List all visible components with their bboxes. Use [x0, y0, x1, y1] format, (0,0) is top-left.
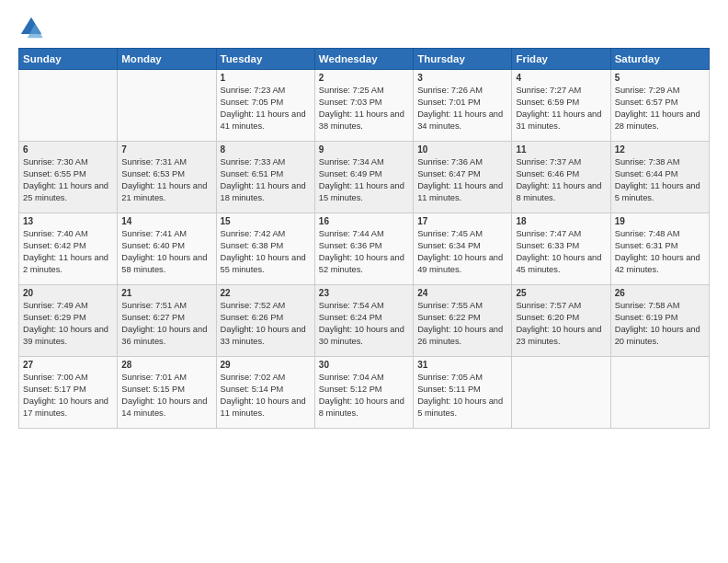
calendar-cell: 1Sunrise: 7:23 AM Sunset: 7:05 PM Daylig…: [216, 70, 314, 142]
day-number: 6: [23, 144, 113, 155]
calendar-cell: 6Sunrise: 7:30 AM Sunset: 6:55 PM Daylig…: [19, 142, 118, 213]
calendar-cell: 7Sunrise: 7:31 AM Sunset: 6:53 PM Daylig…: [118, 142, 216, 213]
day-info: Sunrise: 7:31 AM Sunset: 6:53 PM Dayligh…: [121, 156, 211, 204]
calendar-cell: 23Sunrise: 7:54 AM Sunset: 6:24 PM Dayli…: [314, 285, 413, 357]
day-number: 5: [615, 73, 705, 83]
calendar-cell: 10Sunrise: 7:36 AM Sunset: 6:47 PM Dayli…: [414, 142, 512, 213]
day-number: 15: [221, 216, 311, 226]
day-info: Sunrise: 7:55 AM Sunset: 6:22 PM Dayligh…: [417, 300, 507, 348]
day-number: 25: [516, 288, 606, 298]
day-info: Sunrise: 7:37 AM Sunset: 6:46 PM Dayligh…: [516, 156, 606, 204]
day-number: 10: [417, 144, 507, 155]
day-info: Sunrise: 7:51 AM Sunset: 6:27 PM Dayligh…: [121, 300, 211, 348]
calendar-cell: 12Sunrise: 7:38 AM Sunset: 6:44 PM Dayli…: [610, 142, 709, 213]
header-row: SundayMondayTuesdayWednesdayThursdayFrid…: [19, 49, 710, 70]
day-number: 4: [516, 73, 606, 83]
calendar-cell: 28Sunrise: 7:01 AM Sunset: 5:15 PM Dayli…: [118, 357, 216, 429]
day-info: Sunrise: 7:40 AM Sunset: 6:42 PM Dayligh…: [23, 228, 113, 276]
calendar-cell: 2Sunrise: 7:25 AM Sunset: 7:03 PM Daylig…: [314, 70, 413, 142]
day-number: 30: [319, 360, 409, 370]
day-info: Sunrise: 7:02 AM Sunset: 5:14 PM Dayligh…: [221, 372, 311, 419]
calendar-cell: 8Sunrise: 7:33 AM Sunset: 6:51 PM Daylig…: [216, 142, 314, 213]
day-header-wednesday: Wednesday: [314, 49, 413, 70]
day-number: 21: [121, 288, 211, 298]
calendar-cell: 4Sunrise: 7:27 AM Sunset: 6:59 PM Daylig…: [512, 70, 610, 142]
calendar-cell: [118, 70, 216, 142]
logo: [18, 15, 48, 40]
calendar-table: SundayMondayTuesdayWednesdayThursdayFrid…: [18, 48, 710, 429]
day-number: 17: [417, 216, 507, 226]
day-info: Sunrise: 7:00 AM Sunset: 5:17 PM Dayligh…: [23, 372, 113, 419]
calendar-cell: 22Sunrise: 7:52 AM Sunset: 6:26 PM Dayli…: [216, 285, 314, 357]
day-number: 13: [23, 216, 113, 226]
day-number: 26: [615, 288, 705, 298]
day-number: 7: [121, 144, 211, 155]
day-header-monday: Monday: [118, 49, 216, 70]
day-header-saturday: Saturday: [610, 49, 709, 70]
day-info: Sunrise: 7:52 AM Sunset: 6:26 PM Dayligh…: [221, 300, 311, 348]
day-info: Sunrise: 7:33 AM Sunset: 6:51 PM Dayligh…: [221, 156, 311, 204]
calendar-cell: 27Sunrise: 7:00 AM Sunset: 5:17 PM Dayli…: [19, 357, 118, 429]
day-info: Sunrise: 7:34 AM Sunset: 6:49 PM Dayligh…: [319, 156, 409, 204]
day-number: 29: [221, 360, 311, 370]
day-info: Sunrise: 7:25 AM Sunset: 7:03 PM Dayligh…: [319, 85, 409, 132]
day-number: 31: [417, 360, 507, 370]
day-number: 12: [615, 144, 705, 155]
day-header-thursday: Thursday: [414, 49, 512, 70]
day-info: Sunrise: 7:54 AM Sunset: 6:24 PM Dayligh…: [319, 300, 409, 348]
day-info: Sunrise: 7:38 AM Sunset: 6:44 PM Dayligh…: [615, 156, 705, 204]
day-info: Sunrise: 7:29 AM Sunset: 6:57 PM Dayligh…: [615, 85, 705, 132]
day-info: Sunrise: 7:45 AM Sunset: 6:34 PM Dayligh…: [417, 228, 507, 276]
day-number: 22: [221, 288, 311, 298]
day-number: 2: [319, 73, 409, 83]
calendar-cell: 25Sunrise: 7:57 AM Sunset: 6:20 PM Dayli…: [512, 285, 610, 357]
calendar-cell: [512, 357, 610, 429]
day-number: 19: [615, 216, 705, 226]
day-info: Sunrise: 7:27 AM Sunset: 6:59 PM Dayligh…: [516, 85, 606, 132]
day-info: Sunrise: 7:58 AM Sunset: 6:19 PM Dayligh…: [615, 300, 705, 348]
day-info: Sunrise: 7:47 AM Sunset: 6:33 PM Dayligh…: [516, 228, 606, 276]
calendar-cell: 21Sunrise: 7:51 AM Sunset: 6:27 PM Dayli…: [118, 285, 216, 357]
day-header-tuesday: Tuesday: [216, 49, 314, 70]
day-number: 3: [417, 73, 507, 83]
day-header-sunday: Sunday: [19, 49, 118, 70]
calendar-cell: 31Sunrise: 7:05 AM Sunset: 5:11 PM Dayli…: [414, 357, 512, 429]
day-info: Sunrise: 7:41 AM Sunset: 6:40 PM Dayligh…: [121, 228, 211, 276]
day-number: 23: [319, 288, 409, 298]
day-info: Sunrise: 7:26 AM Sunset: 7:01 PM Dayligh…: [417, 85, 507, 132]
day-number: 8: [221, 144, 311, 155]
day-number: 18: [516, 216, 606, 226]
day-header-friday: Friday: [512, 49, 610, 70]
week-row: 13Sunrise: 7:40 AM Sunset: 6:42 PM Dayli…: [19, 213, 710, 285]
day-info: Sunrise: 7:30 AM Sunset: 6:55 PM Dayligh…: [23, 156, 113, 204]
day-info: Sunrise: 7:48 AM Sunset: 6:31 PM Dayligh…: [615, 228, 705, 276]
calendar-cell: 24Sunrise: 7:55 AM Sunset: 6:22 PM Dayli…: [414, 285, 512, 357]
calendar-cell: 13Sunrise: 7:40 AM Sunset: 6:42 PM Dayli…: [19, 213, 118, 285]
week-row: 27Sunrise: 7:00 AM Sunset: 5:17 PM Dayli…: [19, 357, 710, 429]
header: [18, 15, 710, 40]
day-info: Sunrise: 7:44 AM Sunset: 6:36 PM Dayligh…: [319, 228, 409, 276]
day-info: Sunrise: 7:01 AM Sunset: 5:15 PM Dayligh…: [121, 372, 211, 419]
week-row: 20Sunrise: 7:49 AM Sunset: 6:29 PM Dayli…: [19, 285, 710, 357]
calendar-cell: 17Sunrise: 7:45 AM Sunset: 6:34 PM Dayli…: [414, 213, 512, 285]
day-info: Sunrise: 7:36 AM Sunset: 6:47 PM Dayligh…: [417, 156, 507, 204]
day-number: 24: [417, 288, 507, 298]
day-info: Sunrise: 7:42 AM Sunset: 6:38 PM Dayligh…: [221, 228, 311, 276]
logo-icon: [18, 15, 44, 40]
calendar-cell: 5Sunrise: 7:29 AM Sunset: 6:57 PM Daylig…: [610, 70, 709, 142]
calendar-cell: 29Sunrise: 7:02 AM Sunset: 5:14 PM Dayli…: [216, 357, 314, 429]
calendar-cell: [19, 70, 118, 142]
calendar-cell: 16Sunrise: 7:44 AM Sunset: 6:36 PM Dayli…: [314, 213, 413, 285]
day-number: 9: [319, 144, 409, 155]
day-number: 16: [319, 216, 409, 226]
calendar-cell: 19Sunrise: 7:48 AM Sunset: 6:31 PM Dayli…: [610, 213, 709, 285]
calendar-cell: 26Sunrise: 7:58 AM Sunset: 6:19 PM Dayli…: [610, 285, 709, 357]
calendar-cell: 20Sunrise: 7:49 AM Sunset: 6:29 PM Dayli…: [19, 285, 118, 357]
day-info: Sunrise: 7:04 AM Sunset: 5:12 PM Dayligh…: [319, 372, 409, 419]
calendar-cell: 3Sunrise: 7:26 AM Sunset: 7:01 PM Daylig…: [414, 70, 512, 142]
day-number: 28: [121, 360, 211, 370]
week-row: 1Sunrise: 7:23 AM Sunset: 7:05 PM Daylig…: [19, 70, 710, 142]
day-number: 11: [516, 144, 606, 155]
day-info: Sunrise: 7:05 AM Sunset: 5:11 PM Dayligh…: [417, 372, 507, 419]
day-number: 27: [23, 360, 113, 370]
